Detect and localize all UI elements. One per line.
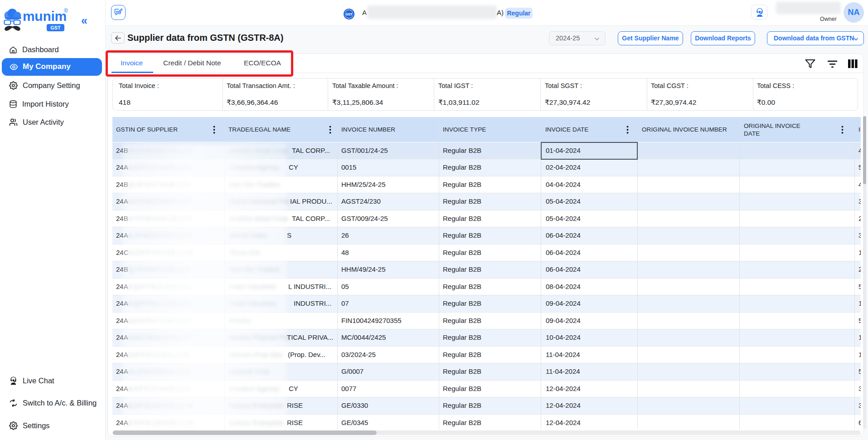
svg-text:GST: GST [345,12,353,16]
